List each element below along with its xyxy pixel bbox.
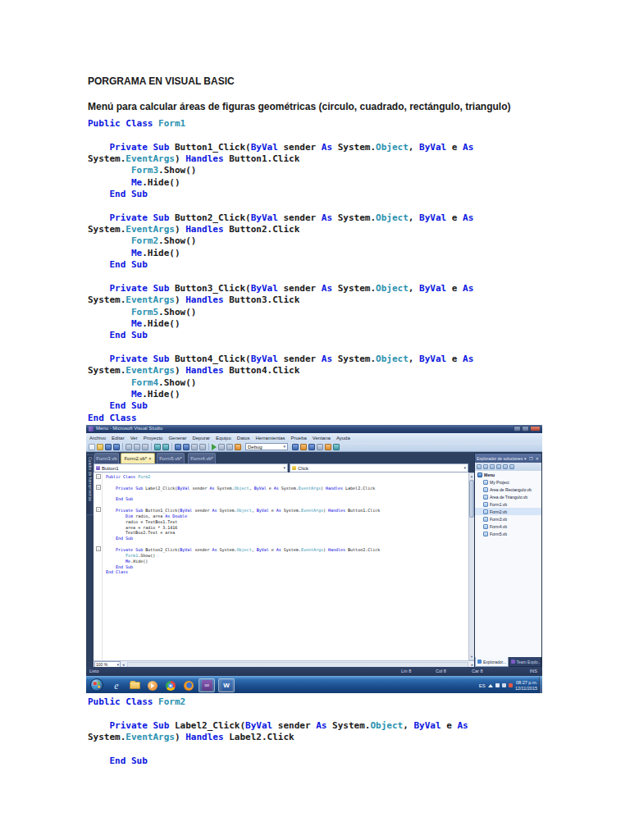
object-dropdown[interactable]: Button1 ▾ xyxy=(94,463,288,472)
tree-item-form5[interactable]: Form5.vb xyxy=(475,530,541,537)
menu-ventana[interactable]: Ventana xyxy=(313,436,331,441)
view-diagram-icon[interactable] xyxy=(509,464,514,469)
tree-item-form2[interactable]: Form2.vb xyxy=(475,508,541,515)
taskbar-clock[interactable]: 08:27 p.m. 12/11/2015 xyxy=(515,680,537,692)
refresh-icon[interactable] xyxy=(490,464,495,469)
step-over-icon[interactable] xyxy=(235,444,241,450)
tab-form2-active[interactable]: Form2.vb* × xyxy=(121,453,155,463)
open-file-icon[interactable] xyxy=(97,444,103,450)
tree-item-area-triangulo[interactable]: Area de Triangulo.vb xyxy=(475,493,541,500)
solution-explorer-icon[interactable] xyxy=(300,444,307,450)
tree-item-form1[interactable]: Form1.vb xyxy=(475,500,541,508)
stop-icon[interactable] xyxy=(226,444,233,450)
word-taskbar-icon[interactable]: W xyxy=(218,678,235,692)
media-player-icon[interactable] xyxy=(144,678,161,692)
fold-toggle-icon[interactable]: − xyxy=(96,474,101,479)
code-block-form2: Public Class Form2 Private Sub Label2_Cl… xyxy=(88,696,468,767)
file-explorer-icon[interactable] xyxy=(126,678,143,692)
menu-depurar[interactable]: Depurar xyxy=(192,436,210,441)
tab-form3-label: Form3.vb xyxy=(96,456,116,461)
cut-icon[interactable] xyxy=(126,444,132,450)
menu-ayuda[interactable]: Ayuda xyxy=(336,436,350,441)
view-code-icon[interactable] xyxy=(496,464,501,469)
save-icon[interactable] xyxy=(105,444,112,450)
scroll-right-icon[interactable]: ▸ xyxy=(471,663,473,667)
comment-icon[interactable] xyxy=(154,444,161,450)
panel-window-icons[interactable]: ▾ ❐ ✕ xyxy=(524,456,540,461)
object-browser-icon[interactable] xyxy=(317,444,323,450)
vs-titlebar[interactable]: Menu - Microsoft Visual Studio xyxy=(86,425,542,433)
properties-window-icon[interactable] xyxy=(308,444,315,450)
tab-form3[interactable]: Form3.vb xyxy=(94,453,119,463)
event-dropdown[interactable]: Click ▾ xyxy=(290,463,468,472)
toolbox-icon[interactable] xyxy=(325,444,331,450)
solution-explorer-panel: Explorador de soluciones ▾ ❐ ✕ Menu My P… xyxy=(474,453,542,667)
navigate-back-icon[interactable] xyxy=(191,444,198,450)
save-all-icon[interactable] xyxy=(113,444,120,450)
find-icon[interactable] xyxy=(292,444,299,450)
copy-icon[interactable] xyxy=(134,444,140,450)
object-dropdown-value: Button1 xyxy=(102,466,281,471)
paste-icon[interactable] xyxy=(142,444,148,450)
tab-form4-label: Form4.vb* xyxy=(190,456,213,461)
close-button[interactable] xyxy=(530,426,541,431)
tree-item-form3[interactable]: Form3.vb xyxy=(475,515,541,523)
code-editor[interactable]: − − − − Public Class Form2 Private Sub L… xyxy=(94,472,468,660)
debug-configuration-combo[interactable]: Debug ▾ xyxy=(245,443,288,450)
status-char: Car 8 xyxy=(472,669,482,673)
tab-close-icon[interactable]: × xyxy=(148,456,152,461)
network-icon[interactable] xyxy=(502,683,506,687)
tab-form4[interactable]: Form4.vb* xyxy=(188,453,216,463)
maximize-button[interactable] xyxy=(522,426,529,431)
redo-icon[interactable] xyxy=(183,444,189,450)
view-designer-icon[interactable] xyxy=(503,464,508,469)
show-desktop-button[interactable] xyxy=(539,677,542,693)
start-button[interactable] xyxy=(90,678,103,692)
chevron-down-icon: ▾ xyxy=(283,445,285,449)
internet-explorer-icon[interactable]: e xyxy=(108,678,125,692)
firefox-icon[interactable] xyxy=(180,678,197,692)
minimize-button[interactable] xyxy=(514,426,521,431)
tree-item-form4[interactable]: Form4.vb xyxy=(475,523,541,530)
tree-item-area-rectangulo[interactable]: Area de Rectangulo.vb xyxy=(475,486,541,493)
volume-icon[interactable] xyxy=(495,683,500,687)
menu-equipo[interactable]: Equipo xyxy=(216,436,231,441)
tree-item-project[interactable]: Menu xyxy=(475,471,541,478)
status-line: Lín 8 xyxy=(401,669,411,673)
menu-herramientas[interactable]: Herramientas xyxy=(255,436,285,441)
menu-editar[interactable]: Editar xyxy=(112,436,125,441)
tab-form5-label: Form5.vb* xyxy=(159,456,182,461)
show-all-files-icon[interactable] xyxy=(483,464,488,469)
uncomment-icon[interactable] xyxy=(162,444,169,450)
tree-item-my-project[interactable]: My Project xyxy=(475,478,541,486)
tab-team-explorer[interactable]: Team Explo... xyxy=(509,657,542,667)
chrome-icon[interactable] xyxy=(162,678,179,692)
fold-toggle-icon[interactable]: − xyxy=(96,546,101,551)
menu-proyecto[interactable]: Proyecto xyxy=(144,436,163,441)
fold-toggle-icon[interactable]: − xyxy=(96,485,101,490)
error-list-icon[interactable] xyxy=(333,444,340,450)
tray-expand-icon[interactable] xyxy=(488,684,493,687)
menu-datos[interactable]: Datos xyxy=(237,436,250,441)
start-debug-icon[interactable] xyxy=(212,444,217,450)
scroll-left-icon[interactable]: ◂ xyxy=(122,663,125,667)
tab-form5[interactable]: Form5.vb* xyxy=(157,453,185,463)
solution-explorer-titlebar[interactable]: Explorador de soluciones ▾ ❐ ✕ xyxy=(475,454,541,463)
break-icon[interactable] xyxy=(218,444,225,450)
undo-icon[interactable] xyxy=(175,444,181,450)
action-center-flag-icon[interactable] xyxy=(509,683,513,687)
new-file-icon[interactable] xyxy=(89,444,95,450)
fold-toggle-icon[interactable]: − xyxy=(96,507,101,512)
system-tray: ES 08:27 p.m. 12/11/2015 xyxy=(479,678,537,692)
menu-prueba[interactable]: Prueba xyxy=(291,436,307,441)
menu-archivo[interactable]: Archivo xyxy=(89,436,106,441)
menu-generar[interactable]: Generar xyxy=(168,436,186,441)
navigate-forward-icon[interactable] xyxy=(199,444,206,450)
language-indicator[interactable]: ES xyxy=(479,683,486,688)
team-explorer-tab-icon xyxy=(511,660,515,664)
vs-menubar: Archivo Editar Ver Proyecto Generar Depu… xyxy=(86,433,542,442)
menu-ver[interactable]: Ver xyxy=(130,436,138,441)
visual-studio-taskbar-icon[interactable]: ∞ xyxy=(199,678,215,692)
tab-solution-explorer[interactable]: Explorador... xyxy=(475,657,509,667)
properties-icon[interactable] xyxy=(477,464,482,469)
